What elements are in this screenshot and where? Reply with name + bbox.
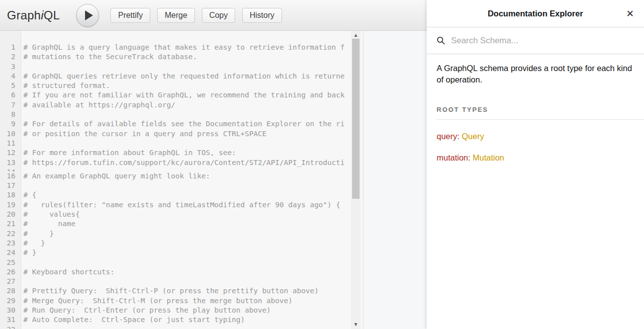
line-number: 25 [0,258,21,267]
execute-query-button[interactable] [76,4,99,27]
line-number: 13 [0,158,21,167]
type-name-link[interactable]: Query [461,132,484,141]
history-button[interactable]: History [242,8,282,23]
scroll-up-arrow-icon[interactable]: ▲ [351,31,361,39]
schema-search-row [427,27,644,54]
close-icon[interactable]: ✕ [625,8,635,19]
editor-line: 27 [0,277,351,286]
editor-line: 16# An example GraphQL query might look … [0,171,351,181]
search-schema-input[interactable] [450,35,634,46]
root-types-section-header: ROOT TYPES [437,106,644,120]
line-number: 22 [0,229,21,239]
line-text: # Prettify Query: Shift-Ctrl-P (or press… [23,286,319,296]
line-number: 20 [0,210,21,219]
line-text: # https://forum.tufin.com/support/kc/aur… [23,158,345,167]
line-number: 18 [0,190,21,200]
graphiql-logo: GraphiQL [7,8,60,22]
scrollbar-thumb[interactable] [352,39,360,199]
editor-line: 17 [0,181,351,190]
type-name-link[interactable]: Mutation [472,153,504,162]
search-icon [437,36,445,45]
field-name-link[interactable]: query [437,132,457,141]
editor-line: 9# For details of available fields see t… [0,119,351,129]
line-text: # Run Query: Ctrl-Enter (or press the pl… [23,306,271,315]
line-number: 11 [0,139,21,148]
prettify-button[interactable]: Prettify [110,8,150,23]
copy-button[interactable]: Copy [202,8,235,23]
graphiql-app: GraphiQL PrettifyMergeCopyHistory 1# Gra… [0,0,644,329]
editor-line: 8 [0,110,351,119]
line-number: 4 [0,72,21,81]
editor-line: 25 [0,258,351,267]
editor-line: 11 [0,139,351,148]
line-text: # An example GraphQL query might look li… [23,171,210,181]
line-text: # } [23,229,54,239]
root-types-title: ROOT TYPES [437,106,644,113]
line-text: # or position the cursor in a query and … [23,129,267,139]
line-number: 24 [0,248,21,257]
line-number: 28 [0,286,21,296]
line-number: 19 [0,200,21,210]
line-text: # structured format. [23,81,110,90]
line-number: 16 [0,171,21,181]
merge-button[interactable]: Merge [157,8,194,23]
line-number: 9 [0,119,21,129]
documentation-explorer-panel: Documentation Explorer ✕ A GraphQL schem… [427,0,644,329]
editor-lines: 1# GraphQL is a query language that make… [0,43,351,329]
line-text: # GraphQL is a query language that makes… [23,43,345,52]
line-text: # If you are not familiar with GraphQL, … [23,90,345,100]
line-number: 23 [0,239,21,248]
line-number: 3 [0,62,21,72]
editor-scrollbar[interactable]: ▲ ▼ [351,31,361,329]
editor-line: 2# mutations to the SecureTrack database… [0,52,351,62]
line-number: 5 [0,81,21,90]
editor-line: 4# GraphQL queries retrieve only the req… [0,72,351,81]
line-number: 21 [0,219,21,229]
editor-line: 14 [0,167,351,171]
editor-line: 22# } [0,229,351,239]
line-text: # GraphQL queries retrieve only the requ… [23,72,345,81]
line-text: # { [23,190,36,200]
line-number: 31 [0,315,21,325]
editor-line: 5# structured format. [0,81,351,90]
toolbar: PrettifyMergeCopyHistory [110,8,281,23]
scroll-down-arrow-icon[interactable]: ▼ [351,321,361,329]
line-text: # available at https://graphql.org/ [23,100,176,110]
line-number: 32 [0,325,21,329]
line-text: # Merge Query: Shift-Ctrl-M (or press th… [23,296,292,306]
editor-line: 13# https://forum.tufin.com/support/kc/a… [0,158,351,167]
editor-line: 6# If you are not familiar with GraphQL,… [0,90,351,100]
editor-line: 1# GraphQL is a query language that make… [0,43,351,52]
root-type-item: query: Query [437,132,634,141]
editor-line: 10# or position the cursor in a query an… [0,129,351,139]
line-text: # For more information about GraphQL in … [23,148,236,158]
editor-line: 21# name [0,219,351,229]
field-name-link[interactable]: mutation [437,153,468,162]
editor-line: 31# Auto Complete: Ctrl-Space (or just s… [0,315,351,325]
line-number: 1 [0,43,21,52]
result-pane [364,31,427,329]
editor-line: 26# Keyboard shortcuts: [0,267,351,277]
topbar: GraphiQL PrettifyMergeCopyHistory [0,0,427,31]
root-type-item: mutation: Mutation [437,153,634,163]
editor-line: 20# values{ [0,210,351,219]
query-editor[interactable]: 1# GraphQL is a query language that make… [0,31,364,329]
doc-explorer-header: Documentation Explorer ✕ [427,0,644,27]
line-text: # Keyboard shortcuts: [23,267,114,277]
line-number: 14 [0,167,21,171]
editor-line: 19# rules(filter: "name exists and timeL… [0,200,351,210]
line-number: 30 [0,306,21,315]
line-number: 7 [0,100,21,110]
line-text: # For details of available fields see th… [23,119,345,129]
play-icon [85,10,93,20]
line-number: 6 [0,90,21,100]
workspace: 1# GraphQL is a query language that make… [0,31,427,329]
line-text: # name [23,219,76,229]
line-number: 29 [0,296,21,306]
line-text: # rules(filter: "name exists and timeLas… [23,200,340,210]
line-text: # values{ [23,210,80,219]
schema-description: A GraphQL schema provides a root type fo… [437,63,634,86]
line-number: 10 [0,129,21,139]
editor-line: 24# } [0,248,351,257]
line-number: 12 [0,148,21,158]
